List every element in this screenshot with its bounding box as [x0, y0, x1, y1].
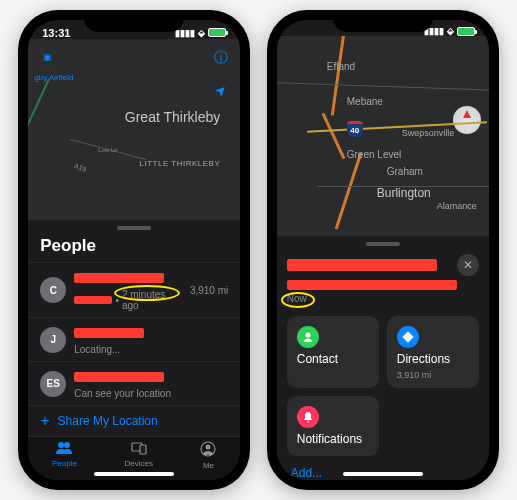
- person-detail-sheet: ✕ Now Contact Direc: [277, 236, 489, 480]
- home-indicator[interactable]: [94, 472, 174, 476]
- person-row-2[interactable]: J Locating...: [28, 317, 240, 361]
- road-orange-2: [321, 113, 345, 160]
- label-little-thirkleby: LITTLE THIRKLEBY: [139, 159, 220, 168]
- time-ago: 2 minutes ago: [122, 289, 182, 311]
- label-swepsonville: Swepsonville: [402, 128, 455, 138]
- contact-tile[interactable]: Contact: [287, 316, 379, 388]
- tab-label: Devices: [124, 459, 152, 468]
- notch: [333, 10, 433, 32]
- avatar: C: [40, 277, 66, 303]
- screen-right: ▮▮▮▮ ⬙ 40 Efland Mebane Swepsonville Gre…: [277, 20, 489, 480]
- home-indicator[interactable]: [343, 472, 423, 476]
- person-row-3[interactable]: ES Can see your location: [28, 361, 240, 405]
- people-sheet: People C • 2 minutes ago 3,910 mi J: [28, 219, 240, 480]
- person-sub: • 2 minutes ago: [74, 289, 182, 311]
- tile-label: Directions: [397, 352, 469, 366]
- map-area[interactable]: ▣ gby Airfield ⓘ ➤ A19 Low Ln Great Thir…: [28, 39, 240, 219]
- status-right: ▮▮▮▮ ⬙: [175, 28, 226, 38]
- road-a19: [28, 79, 50, 216]
- person-status: Locating...: [74, 344, 228, 355]
- add-button[interactable]: Add...: [277, 460, 489, 480]
- me-icon: [200, 441, 216, 460]
- people-icon: [55, 441, 73, 458]
- tab-me[interactable]: Me: [200, 441, 216, 470]
- info-icon: ⓘ: [214, 49, 228, 67]
- label-burlington: Burlington: [377, 186, 431, 200]
- label-alamance: Alamance: [437, 201, 477, 211]
- screen-left: 13:31 ▮▮▮▮ ⬙ ▣ gby Airfield ⓘ ➤ A19 Low …: [28, 20, 240, 480]
- tile-row-1: Contact Directions 3,910 mi: [277, 312, 489, 392]
- label-lane: Low Ln: [98, 147, 117, 153]
- compass-button[interactable]: [453, 106, 481, 134]
- redacted-name: [287, 259, 437, 271]
- detail-subheader: Now: [277, 280, 489, 312]
- tab-label: Me: [203, 461, 214, 470]
- tab-label: People: [52, 459, 77, 468]
- battery-icon: [457, 27, 475, 36]
- svg-rect-7: [402, 331, 413, 342]
- redacted-name: [74, 273, 164, 283]
- label-a19: A19: [73, 162, 87, 173]
- back-button[interactable]: ▣: [34, 45, 60, 71]
- label-greenlevel: Green Level: [347, 149, 401, 160]
- close-icon: ✕: [463, 258, 473, 272]
- road-orange-3: [334, 152, 362, 229]
- avatar: J: [40, 327, 66, 353]
- road-thin-1: [277, 82, 489, 91]
- notifications-tile[interactable]: Notifications: [287, 396, 379, 456]
- tab-people[interactable]: People: [52, 441, 77, 470]
- bell-icon: [297, 406, 319, 428]
- phone-left: 13:31 ▮▮▮▮ ⬙ ▣ gby Airfield ⓘ ➤ A19 Low …: [18, 10, 250, 490]
- phone-right: ▮▮▮▮ ⬙ 40 Efland Mebane Swepsonville Gre…: [267, 10, 499, 490]
- nav-arrow-button[interactable]: ➤: [208, 77, 234, 103]
- label-graham: Graham: [387, 166, 423, 177]
- battery-icon: [208, 28, 226, 37]
- label-efland: Efland: [327, 61, 355, 72]
- directions-tile[interactable]: Directions 3,910 mi: [387, 316, 479, 388]
- info-button[interactable]: ⓘ: [208, 45, 234, 71]
- label-mebane: Mebane: [347, 96, 383, 107]
- share-location-button[interactable]: + Share My Location: [28, 405, 240, 436]
- wifi-icon: ⬙: [447, 26, 454, 36]
- map-area[interactable]: 40 Efland Mebane Swepsonville Green Leve…: [277, 36, 489, 236]
- redacted-loc: [74, 296, 112, 304]
- interstate-shield: 40: [347, 121, 363, 137]
- redacted-name: [74, 372, 164, 382]
- share-label: Share My Location: [58, 414, 158, 428]
- svg-rect-3: [140, 445, 146, 454]
- svg-point-6: [305, 333, 310, 338]
- redacted-name: [74, 328, 144, 338]
- detail-header: ✕: [277, 252, 489, 280]
- now-label: Now: [287, 293, 307, 304]
- person-status: Can see your location: [74, 388, 228, 399]
- tile-sub: 3,910 mi: [397, 370, 469, 380]
- directions-icon: [397, 326, 419, 348]
- person-row-1[interactable]: C • 2 minutes ago 3,910 mi: [28, 262, 240, 317]
- svg-point-1: [64, 442, 70, 448]
- tab-devices[interactable]: Devices: [124, 441, 152, 470]
- sheet-grabber[interactable]: [366, 242, 400, 246]
- contact-icon: [297, 326, 319, 348]
- distance: 3,910 mi: [190, 285, 228, 296]
- person-main: Can see your location: [74, 368, 228, 399]
- avatar: ES: [40, 371, 66, 397]
- tile-label: Notifications: [297, 432, 369, 446]
- sheet-title: People: [28, 236, 240, 262]
- redacted-address: [287, 280, 457, 290]
- devices-icon: [130, 441, 148, 458]
- road-orange-1: [331, 36, 346, 116]
- person-main: • 2 minutes ago: [74, 269, 182, 311]
- close-button[interactable]: ✕: [457, 254, 479, 276]
- nav-arrow-icon: ➤: [211, 80, 231, 100]
- wifi-icon: ⬙: [198, 28, 205, 38]
- tile-row-2: Notifications: [277, 392, 489, 460]
- status-right: ▮▮▮▮ ⬙: [424, 26, 475, 36]
- person-main: Locating...: [74, 324, 228, 355]
- back-icon: ▣: [43, 53, 52, 63]
- notch: [84, 10, 184, 32]
- svg-point-8: [307, 421, 309, 423]
- svg-point-0: [58, 442, 64, 448]
- plus-icon: +: [40, 412, 49, 430]
- sheet-grabber[interactable]: [117, 226, 151, 230]
- map-hint: gby Airfield: [34, 73, 73, 82]
